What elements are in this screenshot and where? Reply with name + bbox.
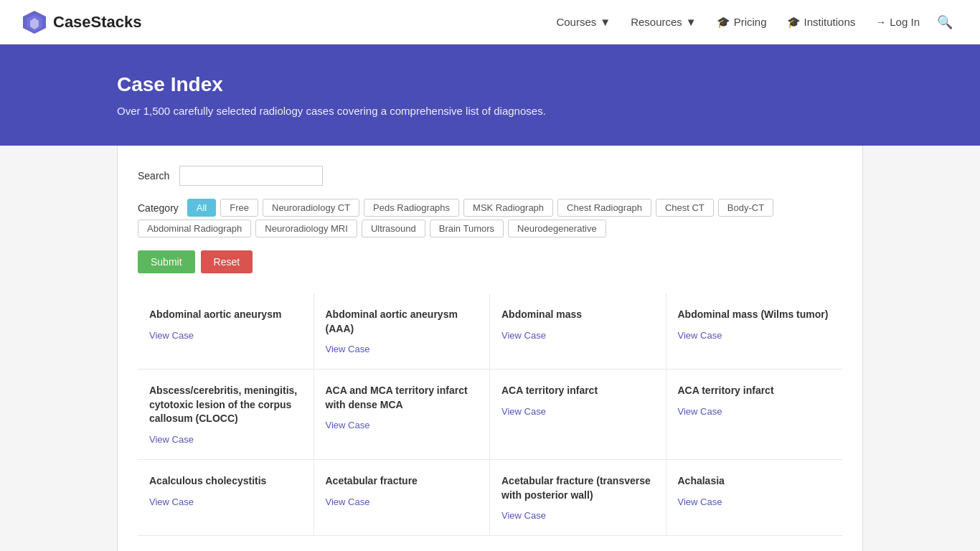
pricing-label: Pricing <box>734 16 767 28</box>
case-cell-10: Acetabular fracture (transverse with pos… <box>490 460 666 536</box>
search-row: Search <box>138 166 842 186</box>
view-case-0[interactable]: View Case <box>149 330 194 341</box>
view-case-3[interactable]: View Case <box>678 330 722 341</box>
institutions-icon: 🎓 <box>787 16 801 29</box>
view-case-7[interactable]: View Case <box>678 406 722 417</box>
case-title-10: Acetabular fracture (transverse with pos… <box>501 474 654 502</box>
case-title-8: Acalculous cholecystitis <box>149 474 302 489</box>
reset-button[interactable]: Reset <box>201 250 253 273</box>
cases-grid: Abdominal aortic aneurysm View Case Abdo… <box>138 293 842 536</box>
case-cell-11: Achalasia View Case <box>666 460 843 536</box>
category-peds-radiographs[interactable]: Peds Radiographs <box>364 199 459 217</box>
nav-institutions[interactable]: 🎓 Institutions <box>778 10 864 34</box>
case-cell-0: Abdominal aortic aneurysm View Case <box>138 293 314 369</box>
resources-dropdown-icon: ▼ <box>686 16 697 28</box>
courses-dropdown-icon: ▼ <box>600 16 611 28</box>
view-case-9[interactable]: View Case <box>326 496 370 507</box>
view-case-5[interactable]: View Case <box>326 420 370 430</box>
view-case-8[interactable]: View Case <box>149 496 194 507</box>
case-cell-7: ACA territory infarct View Case <box>666 369 843 460</box>
category-brain-tumors[interactable]: Brain Tumors <box>430 220 504 237</box>
login-icon: → <box>875 16 886 28</box>
case-cell-9: Acetabular fracture View Case <box>314 460 491 536</box>
case-title-3: Abdominal mass (Wilms tumor) <box>678 308 831 322</box>
category-row: Category All Free Neuroradiology CT Peds… <box>138 199 842 237</box>
view-case-2[interactable]: View Case <box>501 330 546 341</box>
button-row: Submit Reset <box>138 250 842 273</box>
courses-label: Courses <box>556 16 596 28</box>
category-neurodegenerative[interactable]: Neurodegenerative <box>508 220 606 237</box>
main-container: Search Category All Free Neuroradiology … <box>95 146 885 551</box>
case-title-0: Abdominal aortic aneurysm <box>149 308 302 322</box>
hero-section: Case Index Over 1,500 carefully selected… <box>0 44 980 146</box>
case-title-1: Abdominal aortic aneurysm (AAA) <box>326 308 479 336</box>
category-all[interactable]: All <box>187 199 216 217</box>
view-case-1[interactable]: View Case <box>326 344 370 354</box>
view-case-4[interactable]: View Case <box>149 434 194 445</box>
category-neuroradiology-ct[interactable]: Neuroradiology CT <box>263 199 359 217</box>
login-label: Log In <box>890 16 920 28</box>
category-label: Category <box>138 202 179 214</box>
case-cell-2: Abdominal mass View Case <box>490 293 666 369</box>
search-label: Search <box>138 170 169 182</box>
submit-button[interactable]: Submit <box>138 250 195 273</box>
case-cell-4: Abscess/cerebritis, meningitis, cytotoxi… <box>138 369 314 460</box>
case-cell-5: ACA and MCA territory infarct with dense… <box>314 369 491 460</box>
nav-pricing[interactable]: 🎓 Pricing <box>708 10 776 34</box>
hero-title: Case Index <box>117 73 863 96</box>
resources-label: Resources <box>631 16 682 28</box>
nav-courses[interactable]: Courses ▼ <box>547 10 619 34</box>
brand-icon <box>22 9 47 35</box>
case-title-7: ACA territory infarct <box>678 384 831 398</box>
view-case-10[interactable]: View Case <box>501 510 546 521</box>
case-title-2: Abdominal mass <box>501 308 654 322</box>
category-free[interactable]: Free <box>220 199 258 217</box>
brand-name: CaseStacks <box>53 13 142 32</box>
content-box: Search Category All Free Neuroradiology … <box>117 146 863 551</box>
category-ultrasound[interactable]: Ultrasound <box>362 220 425 237</box>
category-neuroradiology-mri[interactable]: Neuroradiology MRI <box>255 220 357 237</box>
search-input[interactable] <box>179 166 323 186</box>
nav-login[interactable]: → Log In <box>867 10 928 34</box>
category-chest-radiograph[interactable]: Chest Radiograph <box>557 199 651 217</box>
search-icon-button[interactable]: 🔍 <box>931 9 958 36</box>
hero-subtitle: Over 1,500 carefully selected radiology … <box>117 105 863 117</box>
brand-logo[interactable]: CaseStacks <box>22 9 142 35</box>
navbar: CaseStacks Courses ▼ Resources ▼ 🎓 Prici… <box>0 0 980 44</box>
case-cell-8: Acalculous cholecystitis View Case <box>138 460 314 536</box>
case-cell-6: ACA territory infarct View Case <box>490 369 666 460</box>
case-title-9: Acetabular fracture <box>326 474 479 489</box>
institutions-label: Institutions <box>804 16 856 28</box>
nav-resources[interactable]: Resources ▼ <box>622 10 705 34</box>
case-cell-1: Abdominal aortic aneurysm (AAA) View Cas… <box>314 293 491 369</box>
category-body-ct[interactable]: Body-CT <box>718 199 773 217</box>
nav-links: Courses ▼ Resources ▼ 🎓 Pricing 🎓 Instit… <box>547 9 958 36</box>
case-title-4: Abscess/cerebritis, meningitis, cytotoxi… <box>149 384 302 426</box>
case-title-6: ACA territory infarct <box>501 384 654 398</box>
pricing-icon: 🎓 <box>717 16 730 29</box>
category-chest-ct[interactable]: Chest CT <box>656 199 714 217</box>
view-case-6[interactable]: View Case <box>501 406 546 417</box>
case-cell-3: Abdominal mass (Wilms tumor) View Case <box>666 293 843 369</box>
view-case-11[interactable]: View Case <box>678 496 722 507</box>
case-title-5: ACA and MCA territory infarct with dense… <box>326 384 479 412</box>
category-msk-radiograph[interactable]: MSK Radiograph <box>463 199 553 217</box>
case-title-11: Achalasia <box>678 474 831 489</box>
category-abdominal-radiograph[interactable]: Abdominal Radiograph <box>138 220 251 237</box>
